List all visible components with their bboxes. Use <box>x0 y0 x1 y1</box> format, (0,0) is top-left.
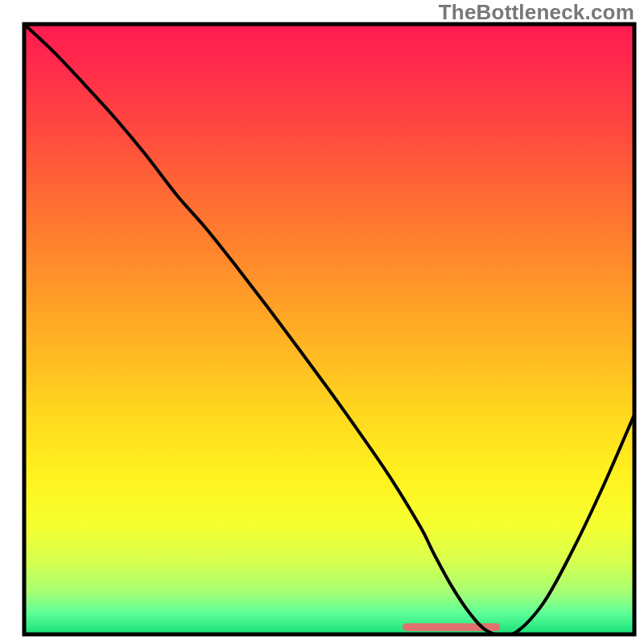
gradient-background <box>24 24 634 634</box>
chart-frame: TheBottleneck.com <box>0 0 644 644</box>
chart-canvas <box>0 0 644 644</box>
